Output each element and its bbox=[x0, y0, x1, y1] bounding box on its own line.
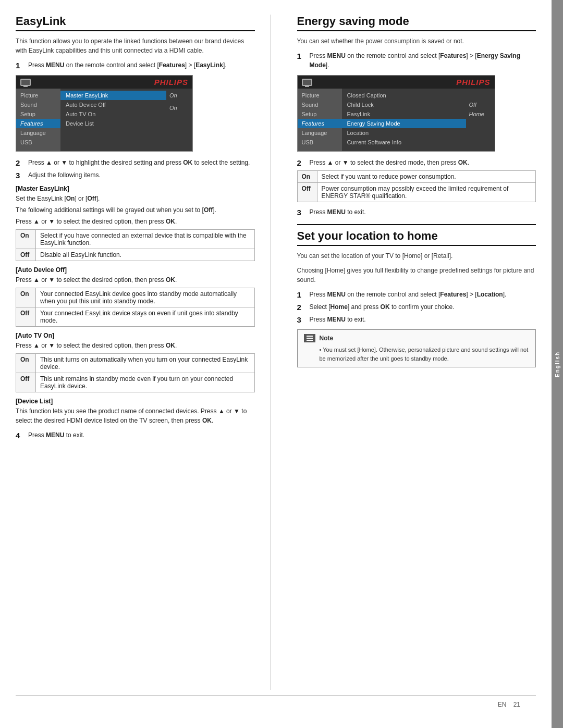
tv-header-row: PHILIPS bbox=[16, 76, 192, 89]
auto-device-off-table: On Your connected EasyLink device goes i… bbox=[16, 288, 255, 327]
energy-step3-block: 3 Press MENU to exit. bbox=[297, 207, 536, 217]
step2-num: 2 bbox=[16, 158, 24, 167]
energy-right-blank4 bbox=[466, 119, 495, 122]
off-val: Your connected EasyLink device stays on … bbox=[36, 307, 255, 327]
tv-left-usb: USB bbox=[16, 138, 60, 147]
energy-center-software: Current Software Info bbox=[342, 138, 466, 147]
energy-left-setup: Setup bbox=[298, 109, 342, 119]
two-col-layout: EasyLink This function allows you to ope… bbox=[16, 15, 536, 690]
master-easylink-para1: Set the EasyLink [On] or [Off]. bbox=[16, 194, 255, 203]
location-step1-num: 1 bbox=[297, 290, 305, 299]
location-intro2: Choosing [Home] gives you full flexibili… bbox=[297, 266, 536, 285]
energy-right-home: Home bbox=[466, 109, 495, 119]
energy-center-easylink: EasyLink bbox=[342, 109, 466, 119]
tv-left-language: Language bbox=[16, 128, 60, 138]
location-step3-text: Press MENU to exit. bbox=[310, 315, 536, 324]
right-column: Energy saving mode You can set whether t… bbox=[292, 15, 536, 690]
table-row: On Select if you have connected an exter… bbox=[16, 230, 255, 249]
energy-left-usb: USB bbox=[298, 138, 342, 147]
on-val: Your connected EasyLink device goes into… bbox=[36, 288, 255, 307]
energy-left-features: Features bbox=[298, 119, 342, 128]
tv-menu-right: On On bbox=[166, 89, 192, 151]
tv-right-blank2 bbox=[166, 113, 192, 116]
on-key: On bbox=[16, 354, 36, 373]
off-val: This unit remains in standby mode even i… bbox=[36, 373, 255, 392]
page-footer: EN 21 bbox=[16, 695, 536, 713]
tv-left-setup: Setup bbox=[16, 109, 60, 119]
step3-text: Adjust the following items. bbox=[28, 170, 255, 180]
tv-menu-left: Picture Sound Setup Features Language US… bbox=[16, 89, 60, 151]
device-list-heading: [Device List] bbox=[16, 398, 255, 405]
location-step3-num: 3 bbox=[297, 315, 305, 324]
energy-left-picture: Picture bbox=[298, 91, 342, 100]
note-icon-lines bbox=[307, 336, 313, 341]
energy-tv-menu-right: Off Home bbox=[466, 89, 495, 151]
energy-philips-logo: PHILIPS bbox=[456, 78, 490, 87]
energy-right-off: Off bbox=[466, 100, 495, 109]
on-key: On bbox=[16, 230, 36, 249]
auto-tv-on-para: Press ▲ or ▼ to select the desired optio… bbox=[16, 341, 255, 350]
master-easylink-heading: [Master EasyLink] bbox=[16, 185, 255, 192]
tv-left-sound: Sound bbox=[16, 100, 60, 109]
tv-left-picture: Picture bbox=[16, 91, 60, 100]
philips-logo: PHILIPS bbox=[154, 78, 188, 87]
note-text: You must set [Home]. Otherwise, personal… bbox=[320, 346, 530, 363]
table-row: Off This unit remains in standby mode ev… bbox=[16, 373, 255, 392]
auto-device-off-para: Press ▲ or ▼ to select the desired optio… bbox=[16, 275, 255, 285]
off-val: Power consumption may possibly exceed th… bbox=[317, 183, 536, 202]
tv-center-master-easylink: Master EasyLink bbox=[60, 91, 166, 100]
location-divider bbox=[297, 224, 536, 225]
off-key: Off bbox=[16, 373, 36, 392]
on-key: On bbox=[297, 171, 317, 183]
table-row: On Your connected EasyLink device goes i… bbox=[16, 288, 255, 307]
table-row: Off Power consumption may possibly excee… bbox=[297, 183, 536, 202]
energy-center-location: Location bbox=[342, 128, 466, 138]
energy-step3-text: Press MENU to exit. bbox=[310, 207, 536, 217]
master-easylink-para3: Press ▲ or ▼ to select the desired optio… bbox=[16, 217, 255, 226]
energy-step1-block: 1 Press MENU on the remote control and s… bbox=[297, 51, 536, 70]
step3-block: 3 Adjust the following items. bbox=[16, 170, 255, 180]
step2-text: Press ▲ or ▼ to highlight the desired se… bbox=[28, 158, 255, 167]
table-row: On This unit turns on automatically when… bbox=[16, 354, 255, 373]
tv-right-on2: On bbox=[166, 103, 192, 113]
main-content: EasyLink This function allows you to ope… bbox=[0, 0, 552, 728]
step4-text: Press MENU to exit. bbox=[28, 430, 255, 440]
on-val: Select if you want to reduce power consu… bbox=[317, 171, 536, 183]
table-row: Off Your connected EasyLink device stays… bbox=[16, 307, 255, 327]
energy-title: Energy saving mode bbox=[297, 15, 536, 31]
tv-menu-center: Master EasyLink Auto Device Off Auto TV … bbox=[60, 89, 166, 151]
energy-tv-menu: Picture Sound Setup Features Language US… bbox=[298, 89, 495, 151]
location-step2-text: Select [Home] and press OK to confirm yo… bbox=[310, 302, 536, 312]
energy-left-sound: Sound bbox=[298, 100, 342, 109]
step4-num: 4 bbox=[16, 431, 24, 440]
note-header: Note bbox=[304, 334, 530, 342]
tv-right-on1: On bbox=[166, 91, 192, 100]
energy-center-child-lock: Child Lock bbox=[342, 100, 466, 109]
energy-tv-ui: PHILIPS Picture Sound Setup Features Lan… bbox=[297, 75, 495, 152]
note-label: Note bbox=[320, 335, 334, 342]
auto-tv-on-table: On This unit turns on automatically when… bbox=[16, 353, 255, 392]
location-step1-text: Press MENU on the remote control and sel… bbox=[310, 290, 536, 299]
on-key: On bbox=[16, 288, 36, 307]
table-row: Off Disable all EasyLink function. bbox=[16, 249, 255, 261]
energy-tv-menu-left: Picture Sound Setup Features Language US… bbox=[298, 89, 342, 151]
master-easylink-para2: The following additional settings will b… bbox=[16, 205, 255, 215]
left-column: EasyLink This function allows you to ope… bbox=[16, 15, 271, 690]
step3-num: 3 bbox=[16, 171, 24, 180]
tv-center-device-list: Device List bbox=[60, 119, 166, 128]
energy-center-closed-caption: Closed Caption bbox=[342, 91, 466, 100]
note-line2 bbox=[307, 338, 313, 339]
page-container: EasyLink This function allows you to ope… bbox=[0, 0, 563, 728]
table-row: On Select if you want to reduce power co… bbox=[297, 171, 536, 183]
auto-tv-on-heading: [Auto TV On] bbox=[16, 332, 255, 339]
tv-center-auto-tv-on: Auto TV On bbox=[60, 109, 166, 119]
energy-step2-block: 2 Press ▲ or ▼ to select the desired mod… bbox=[297, 158, 536, 167]
location-intro1: You can set the location of your TV to [… bbox=[297, 251, 536, 261]
note-line3 bbox=[307, 340, 313, 341]
energy-table: On Select if you want to reduce power co… bbox=[297, 170, 536, 202]
page-number: EN 21 bbox=[498, 701, 520, 708]
note-line1 bbox=[307, 336, 313, 337]
step4-block: 4 Press MENU to exit. bbox=[16, 430, 255, 440]
on-val: This unit turns on automatically when yo… bbox=[36, 354, 255, 373]
energy-step1-num: 1 bbox=[297, 52, 305, 60]
